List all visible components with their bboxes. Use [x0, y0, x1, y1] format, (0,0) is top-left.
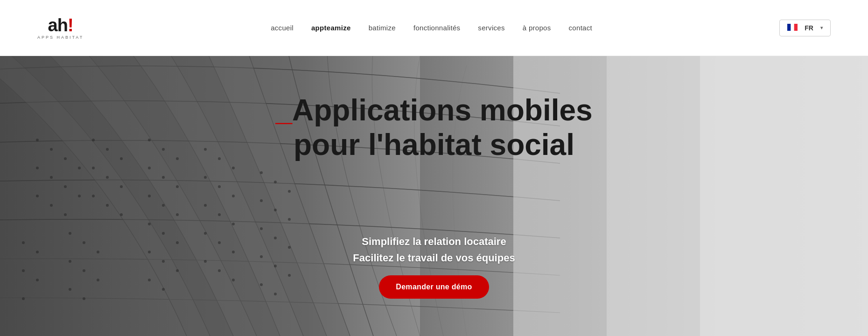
hero-content: _Applications mobiles pour l'habitat soc…	[0, 56, 868, 336]
header-right: FR ▾	[779, 20, 831, 36]
hero-section: _Applications mobiles pour l'habitat soc…	[0, 56, 868, 336]
svg-rect-1	[787, 24, 791, 31]
nav-item-apropos[interactable]: à propos	[523, 24, 551, 32]
hero-bottom: Simplifiez la relation locataire Facilit…	[37, 233, 831, 299]
nav-item-contact[interactable]: contact	[569, 24, 592, 32]
hero-subtitle-line2: Facilitez le travail de vos équipes	[353, 250, 515, 266]
nav-item-appteamize[interactable]: appteamize	[311, 24, 351, 32]
logo-exclamation: !	[68, 15, 73, 35]
logo[interactable]: ah! APPS HABITAT	[37, 16, 84, 40]
hero-title: _Applications mobiles pour l'habitat soc…	[37, 93, 831, 162]
hero-title-prefix: _	[275, 93, 292, 127]
hero-title-line1: Applications mobiles	[292, 93, 593, 127]
language-label: FR	[805, 24, 813, 32]
nav-item-fonctionnalites[interactable]: fonctionnalités	[413, 24, 460, 32]
hero-subtitle-line1: Simplifiez la relation locataire	[362, 236, 506, 247]
hero-subtitle: Simplifiez la relation locataire Facilit…	[353, 233, 515, 266]
hero-title-block: _Applications mobiles pour l'habitat soc…	[37, 93, 831, 162]
chevron-down-icon: ▾	[820, 25, 823, 30]
hero-title-line2: pour l'habitat social	[37, 128, 831, 162]
flag-icon	[787, 24, 798, 32]
header: ah! APPS HABITAT accueil appteamize bati…	[0, 0, 868, 56]
logo-text: ah!	[48, 16, 73, 34]
logo-subtitle: APPS HABITAT	[37, 35, 84, 40]
main-nav: accueil appteamize batimize fonctionnali…	[271, 24, 592, 32]
nav-item-accueil[interactable]: accueil	[271, 24, 294, 32]
nav-item-services[interactable]: services	[478, 24, 504, 32]
svg-rect-2	[794, 24, 798, 31]
demo-request-button[interactable]: Demander une démo	[379, 275, 489, 299]
french-flag-icon	[787, 24, 798, 31]
logo-ah: ah	[48, 15, 68, 35]
language-selector[interactable]: FR ▾	[779, 20, 831, 36]
nav-item-batimize[interactable]: batimize	[369, 24, 396, 32]
